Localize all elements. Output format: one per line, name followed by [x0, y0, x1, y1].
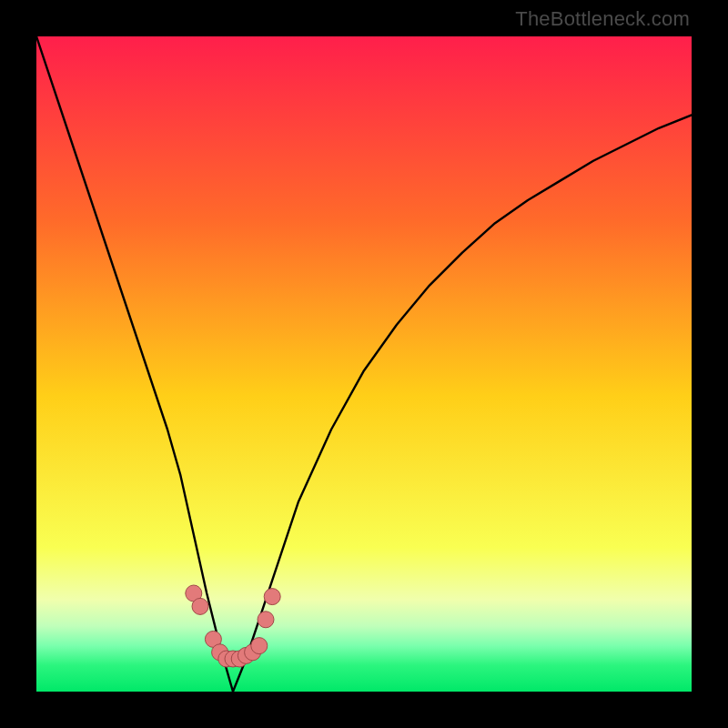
marker-point: [251, 638, 268, 654]
watermark-text: TheBottleneck.com: [515, 7, 690, 31]
chart-frame: TheBottleneck.com: [0, 0, 728, 728]
plot-area: [36, 36, 692, 692]
marker-point: [192, 598, 208, 614]
bottleneck-curve: [36, 36, 692, 692]
marker-point: [264, 589, 280, 605]
marker-point: [258, 612, 274, 628]
curve-layer: [36, 36, 692, 692]
